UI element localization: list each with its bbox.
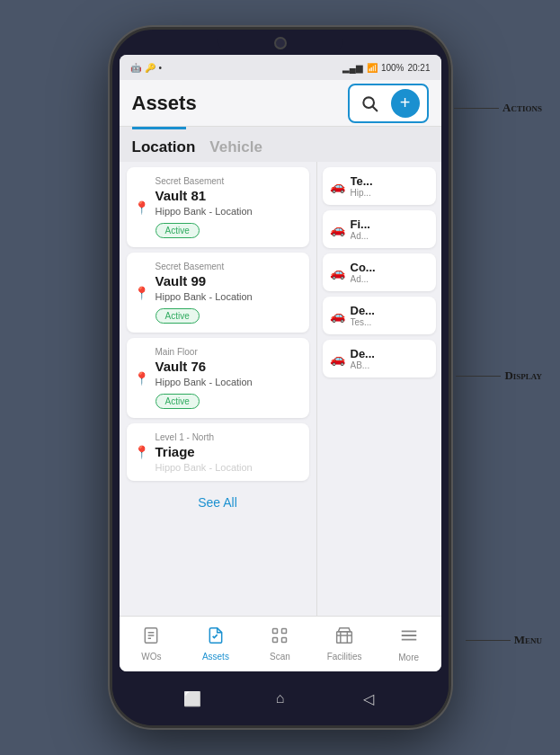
annotation-text-menu: Menu <box>514 633 542 647</box>
list-item[interactable]: 🚗 Te... Hip... <box>323 167 436 205</box>
see-all-button[interactable]: See All <box>120 486 316 519</box>
add-button[interactable]: + <box>391 89 420 118</box>
location-sub: Hippo Bank - Location <box>156 206 300 217</box>
annotation-menu: Menu <box>466 633 542 647</box>
nav-label-facilities: Facilities <box>327 652 362 662</box>
phone-notch <box>218 30 343 55</box>
vehicle-text: De... Tes... <box>351 304 375 327</box>
notification-dot: • <box>159 63 163 73</box>
vehicle-name: De... <box>351 304 375 317</box>
sublabel: Secret Basement <box>156 176 300 186</box>
android-icon: 🤖 <box>130 63 141 73</box>
status-badge: Active <box>156 394 200 409</box>
nav-item-assets[interactable]: Assets <box>183 617 248 671</box>
vehicle-icon: 🚗 <box>330 351 345 366</box>
signal-icon: ▂▄▆ <box>342 63 363 73</box>
back-button[interactable]: ◁ <box>355 685 382 712</box>
vehicle-sub: Ad... <box>351 274 376 284</box>
annotation-line-display <box>456 376 501 377</box>
search-button[interactable] <box>357 91 382 116</box>
location-col-header: Location <box>132 138 196 156</box>
location-name: Vault 99 <box>156 273 300 289</box>
vehicle-name: Te... <box>351 174 373 188</box>
location-name: Vault 76 <box>156 359 300 374</box>
battery-level: 100% <box>381 63 404 73</box>
header-actions-box: + <box>348 84 429 123</box>
vehicle-text: De... AB... <box>351 347 375 370</box>
facilities-icon <box>335 626 353 649</box>
annotation-line-actions <box>454 108 499 109</box>
status-badge: Active <box>156 223 200 238</box>
location-name: Triage <box>156 444 300 459</box>
columns-content: 📍 Secret Basement Vault 81 Hippo Bank - … <box>120 162 441 616</box>
outer-wrapper: 🤖 🔑 • ▂▄▆ 📶 100% 20:21 Assets <box>0 0 560 755</box>
nav-item-more[interactable]: More <box>377 617 441 671</box>
vehicle-column: 🚗 Te... Hip... 🚗 Fi... Ad... <box>317 162 441 616</box>
phone-bottom-bar: ⬜ ⌂ ◁ <box>112 671 449 725</box>
nav-label-assets: Assets <box>202 652 229 662</box>
status-right-icons: ▂▄▆ 📶 100% 20:21 <box>342 63 431 73</box>
vehicle-text: Fi... Ad... <box>351 218 370 241</box>
phone-shell: 🤖 🔑 • ▂▄▆ 📶 100% 20:21 Assets <box>110 27 451 728</box>
nav-label-more: More <box>398 653 419 662</box>
annotation-display: Display <box>456 369 542 383</box>
nav-item-scan[interactable]: Scan <box>248 617 313 671</box>
status-left-icons: 🤖 🔑 • <box>130 63 163 73</box>
volume-up-button <box>110 138 111 173</box>
location-sub: Hippo Bank - Location <box>156 377 300 387</box>
svg-rect-9 <box>282 638 287 643</box>
list-item[interactable]: 🚗 De... AB... <box>323 340 436 378</box>
nav-item-facilities[interactable]: Facilities <box>312 617 377 671</box>
list-item[interactable]: 📍 Level 1 - North Triage Hippo Bank - Lo… <box>127 423 309 481</box>
vehicle-sub: Hip... <box>351 188 373 198</box>
content-area: Location Vehicle 📍 Secret Basement Vault… <box>120 129 441 616</box>
vehicle-icon: 🚗 <box>330 179 345 193</box>
app-header: Assets + <box>120 80 441 127</box>
list-item[interactable]: 🚗 Fi... Ad... <box>323 210 436 248</box>
vehicle-col-header: Vehicle <box>209 138 262 156</box>
sublabel: Main Floor <box>156 347 300 357</box>
time-display: 20:21 <box>407 63 430 73</box>
vehicle-text: Te... Hip... <box>351 174 373 198</box>
pin-icon: 📍 <box>134 371 149 386</box>
assets-icon <box>207 626 225 649</box>
annotation-line-menu <box>466 640 511 641</box>
columns-header: Location Vehicle <box>120 129 441 162</box>
list-item[interactable]: 🚗 Co... Ad... <box>323 253 436 291</box>
list-item[interactable]: 🚗 De... Tes... <box>323 297 436 334</box>
location-sub: Hippo Bank - Location <box>156 291 300 302</box>
vehicle-name: Co... <box>351 261 376 274</box>
nav-item-wos[interactable]: WOs <box>120 617 184 671</box>
vehicle-sub: Tes... <box>351 317 375 327</box>
list-item[interactable]: 📍 Secret Basement Vault 99 Hippo Bank - … <box>127 253 309 333</box>
location-name: Vault 81 <box>156 188 300 203</box>
vehicle-name: De... <box>351 347 375 360</box>
more-icon <box>399 626 419 650</box>
vehicle-icon: 🚗 <box>330 265 345 280</box>
list-item[interactable]: 📍 Secret Basement Vault 81 Hippo Bank - … <box>127 167 309 247</box>
sublabel: Secret Basement <box>156 262 300 271</box>
nav-label-wos: WOs <box>141 652 161 662</box>
nav-label-scan: Scan <box>270 652 290 662</box>
annotation-text-display: Display <box>504 369 542 383</box>
svg-rect-6 <box>273 629 278 634</box>
wifi-icon: 📶 <box>367 63 378 73</box>
pin-icon: 📍 <box>134 445 149 459</box>
annotation-text-actions: Actions <box>502 101 542 115</box>
svg-rect-7 <box>282 629 287 634</box>
vehicle-sub: AB... <box>351 360 375 370</box>
wos-icon <box>142 626 160 649</box>
recent-apps-button[interactable]: ⬜ <box>179 685 206 712</box>
pin-icon: 📍 <box>134 200 149 215</box>
annotation-actions: Actions <box>454 101 542 115</box>
vehicle-icon: 🚗 <box>330 222 345 236</box>
scan-icon <box>271 626 289 649</box>
status-badge: Active <box>156 308 200 324</box>
home-button[interactable]: ⌂ <box>267 685 294 712</box>
status-bar: 🤖 🔑 • ▂▄▆ 📶 100% 20:21 <box>120 55 441 80</box>
vehicle-icon: 🚗 <box>330 308 345 323</box>
vehicle-name: Fi... <box>351 218 370 231</box>
list-item[interactable]: 📍 Main Floor Vault 76 Hippo Bank - Locat… <box>127 338 309 418</box>
power-button <box>449 164 451 218</box>
location-sub: Hippo Bank - Location <box>156 462 300 473</box>
